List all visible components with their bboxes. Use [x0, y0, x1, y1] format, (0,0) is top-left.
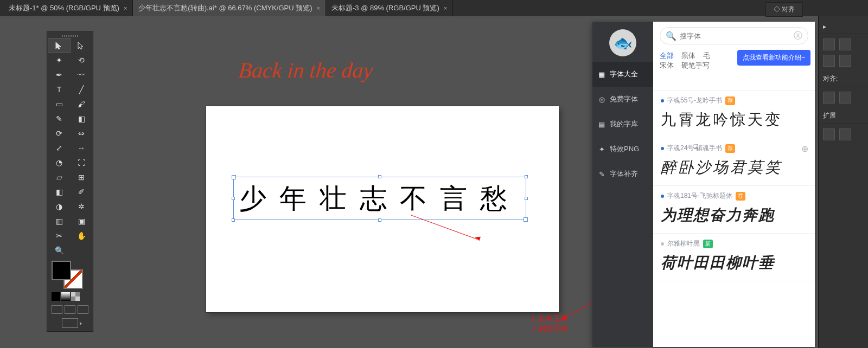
expand-label[interactable]: 扩展 [819, 108, 868, 124]
font-item-name: 字魂181号-飞驰标题体荐 [661, 191, 807, 201]
annotation-text: 1 文本工具 [532, 314, 568, 324]
close-icon[interactable]: × [444, 5, 447, 11]
dot-icon [661, 147, 664, 150]
screen-mode[interactable] [48, 316, 92, 330]
annotation-text: 2 浏览字体 [532, 324, 568, 334]
artboard[interactable]: 少年壮志不言愁 [206, 106, 559, 312]
coin-icon: ◎ [598, 95, 605, 103]
align-icon[interactable] [823, 92, 835, 104]
shape-builder-tool[interactable]: ◔ [48, 156, 70, 170]
panel-icon[interactable] [839, 38, 851, 50]
pen-icon: ✎ [598, 170, 605, 178]
font-item[interactable]: 字魂55号-龙吟手书荐九霄龙吟惊天变 [653, 91, 815, 138]
font-item[interactable]: 字魂181号-飞驰标题体荐为理想奋力奔跑 [653, 186, 815, 234]
symbol-sprayer-tool[interactable]: ✲ [71, 199, 92, 214]
close-icon[interactable]: × [317, 5, 320, 11]
font-nav-label: 字体大全 [610, 69, 638, 79]
font-nav-label: 特效PNG [610, 144, 639, 154]
rectangle-tool[interactable]: ▭ [48, 97, 70, 111]
fx-icon: ✦ [598, 145, 605, 153]
lasso-tool[interactable]: ⟲ [71, 53, 92, 67]
font-nav-item[interactable]: ▦字体大全 [592, 62, 653, 87]
zoom-tool[interactable]: 🔍 [48, 243, 70, 257]
document-tab[interactable]: 少年壮志不言愁(转曲).ai* @ 66.67% (CMYK/GPU 预览)× [133, 0, 326, 16]
slice-tool[interactable]: ✂ [48, 229, 70, 243]
font-preview: 为理想奋力奔跑 [661, 205, 807, 225]
toolbox: ✦ ⟲ ✒ 〰 T ╱ ▭ 🖌 ✎ ◧ ⟳ ⇔ ⤢ ↔ ◔ ⛶ ▱ ⊞ ◧ ✐ … [47, 31, 93, 332]
close-icon[interactable]: × [124, 5, 127, 11]
toolbox-handle[interactable] [48, 33, 92, 38]
panel-icon[interactable] [839, 128, 851, 140]
feature-tip[interactable]: 点我查看新功能介绍~ [737, 50, 810, 66]
font-item[interactable]: 字魂24号-镇魂手书荐醉卧沙场君莫笑⊕ [653, 138, 815, 186]
reflect-tool[interactable]: ⇔ [71, 126, 92, 140]
type-tool[interactable]: T [48, 82, 70, 96]
font-category[interactable]: 全部 [660, 51, 674, 60]
font-preview: 醉卧沙场君莫笑 [661, 157, 807, 178]
curvature-tool[interactable]: 〰 [71, 68, 92, 82]
text-frame[interactable]: 少年壮志不言愁 [233, 177, 526, 220]
selection-tool[interactable] [48, 38, 70, 53]
document-tab-label: 少年壮志不言愁(转曲).ai* @ 66.67% (CMYK/GPU 预览) [138, 3, 312, 13]
badge: 荐 [725, 96, 735, 105]
artboard-text[interactable]: 少年壮志不言愁 [234, 177, 526, 217]
blend-tool[interactable]: ◑ [48, 199, 70, 214]
panel-icon[interactable] [839, 55, 851, 67]
free-transform-tool[interactable]: ⛶ [71, 156, 92, 170]
decorative-title: Back in the day [238, 57, 374, 83]
avatar[interactable]: 🐟 [609, 29, 636, 56]
width-tool[interactable]: ↔ [71, 141, 92, 155]
font-category[interactable]: 宋体 [660, 61, 674, 69]
fill-color[interactable] [52, 261, 71, 280]
font-item-name: 字魂55号-龙吟手书荐 [661, 96, 807, 105]
hand-tool[interactable]: ✋ [71, 229, 92, 243]
mesh-tool[interactable]: ⊞ [71, 170, 92, 184]
panel-icon[interactable] [823, 128, 835, 140]
font-nav-item[interactable]: ✦特效PNG [592, 137, 653, 162]
font-panel-nav: 🐟 ▦字体大全◎免费字体▤我的字库✦特效PNG✎字体补齐 [592, 22, 653, 347]
column-graph-tool[interactable]: ▥ [48, 214, 70, 228]
color-swatches[interactable] [48, 260, 92, 290]
align-icon[interactable] [839, 92, 851, 104]
document-tab[interactable]: 未标题-1* @ 50% (RGB/GPU 预览)× [3, 0, 133, 16]
align-panel-tab[interactable]: ◇ 对齐 [765, 2, 803, 17]
rotate-tool[interactable]: ⟳ [48, 126, 70, 140]
font-nav-item[interactable]: ◎免费字体 [592, 87, 653, 112]
font-search[interactable]: 🔍 ⓧ [660, 27, 808, 44]
font-category[interactable]: 黑体 [681, 51, 695, 60]
font-item[interactable]: 尔雅柳叶黑新荷叶田田柳叶垂 [653, 234, 815, 281]
direct-selection-tool[interactable] [71, 38, 92, 53]
pencil-tool[interactable]: ✎ [48, 112, 70, 126]
magic-wand-tool[interactable]: ✦ [48, 53, 70, 67]
font-item-name: 字魂24号-镇魂手书荐 [661, 144, 807, 153]
document-tab[interactable]: 未标题-3 @ 89% (RGB/GPU 预览)× [326, 0, 453, 16]
line-tool[interactable]: ╱ [71, 82, 92, 96]
font-nav-item[interactable]: ✎字体补齐 [592, 162, 653, 186]
grid-icon: ▦ [598, 70, 605, 78]
perspective-tool[interactable]: ▱ [48, 170, 70, 184]
gradient-tool[interactable]: ◧ [48, 185, 70, 199]
add-icon[interactable]: ⊕ [801, 144, 808, 154]
document-tab-label: 未标题-1* @ 50% (RGB/GPU 预览) [9, 3, 119, 13]
right-side-panels: ▸ 对齐: 扩展 [818, 16, 868, 348]
panel-icon[interactable] [823, 55, 835, 67]
font-category[interactable]: 硬笔手写 [681, 61, 710, 69]
paintbrush-tool[interactable]: 🖌 [71, 97, 92, 111]
search-input[interactable] [680, 32, 790, 40]
scale-tool[interactable]: ⤢ [48, 141, 70, 155]
align-label: 对齐: [819, 71, 868, 87]
eraser-tool[interactable]: ◧ [71, 112, 92, 126]
eyedropper-tool[interactable]: ✐ [71, 185, 92, 199]
font-preview: 荷叶田田柳叶垂 [661, 253, 807, 273]
clear-icon[interactable]: ⓧ [794, 30, 802, 42]
color-modes[interactable] [48, 290, 92, 303]
side-panel-toggle[interactable]: ▸ [819, 20, 868, 34]
draw-modes[interactable] [48, 303, 92, 316]
panel-icon[interactable] [823, 38, 835, 50]
font-category[interactable]: 毛 [703, 51, 710, 60]
font-preview: 九霄龙吟惊天变 [661, 109, 807, 130]
font-nav-item[interactable]: ▤我的字库 [592, 112, 653, 137]
artboard-tool[interactable]: ▣ [71, 214, 92, 228]
badge: 荐 [725, 144, 735, 153]
pen-tool[interactable]: ✒ [48, 68, 70, 82]
